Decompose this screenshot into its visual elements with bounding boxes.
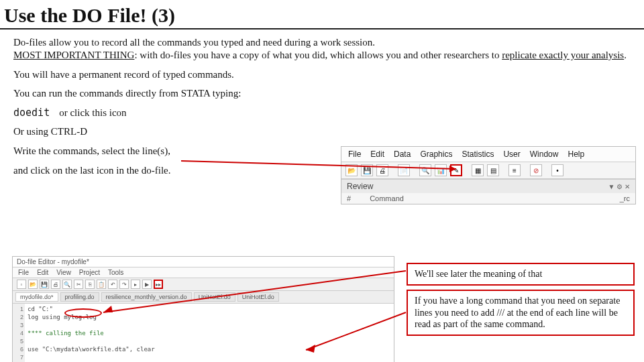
de-menu-tools[interactable]: Tools xyxy=(108,269,123,276)
stata-toolbar: 📂 💾 🖨 📄 🔍 📊 ✎ ▦ ▤ ≡ ⊘ • xyxy=(341,162,635,179)
new-icon[interactable]: ▫ xyxy=(17,280,26,289)
menu-file[interactable]: File xyxy=(348,149,361,159)
open-icon[interactable]: 📂 xyxy=(345,164,358,176)
menu-help[interactable]: Help xyxy=(568,149,584,159)
tab-0[interactable]: mydofile.do* xyxy=(15,292,58,302)
paragraph-4: Or using CTRL-D xyxy=(13,125,631,138)
menu-data[interactable]: Data xyxy=(394,149,411,159)
para1b-end: . xyxy=(624,50,627,60)
stata-screenshot: File Edit Data Graphics Statistics User … xyxy=(341,146,636,204)
col-num: # xyxy=(347,194,351,202)
redo-icon[interactable]: ↷ xyxy=(119,280,129,289)
tab-2[interactable]: resilience_monthly_version.do xyxy=(101,292,192,302)
filter-icon[interactable]: ▼ ⚙ ✕ xyxy=(608,183,630,190)
review-label: Review xyxy=(347,182,373,191)
menu-edit[interactable]: Edit xyxy=(370,149,384,159)
more-icon[interactable]: • xyxy=(551,164,564,176)
open-icon[interactable]: 📂 xyxy=(28,280,38,289)
find-icon[interactable]: 🔍 xyxy=(62,280,72,289)
callout-meaning: We'll see later the meaning of that xyxy=(407,263,635,286)
de-menu-file[interactable]: File xyxy=(18,269,29,276)
doedit-toolbar: ▫ 📂 💾 🖨 🔍 ✂ ⎘ 📋 ↶ ↷ ▸ ▶ ▸▸ xyxy=(13,278,394,291)
undo-icon[interactable]: ↶ xyxy=(108,280,117,289)
paragraph-1: Do-files allow you to record all the com… xyxy=(13,36,631,62)
print-icon[interactable]: 🖨 xyxy=(51,280,60,289)
viewer-icon[interactable]: 🔍 xyxy=(419,164,431,176)
variables-icon[interactable]: ≡ xyxy=(508,164,521,176)
col-rc: _rc xyxy=(620,194,630,202)
graph-icon[interactable]: 📊 xyxy=(435,164,447,176)
menu-window[interactable]: Window xyxy=(530,149,559,159)
save-icon[interactable]: 💾 xyxy=(40,280,49,289)
log-icon[interactable]: 📄 xyxy=(398,164,410,176)
print-icon[interactable]: 🖨 xyxy=(376,164,388,176)
break-icon[interactable]: ⊘ xyxy=(530,164,542,176)
de-menu-edit[interactable]: Edit xyxy=(37,269,48,276)
execute-icon[interactable]: ▸▸ xyxy=(154,280,163,289)
save-icon[interactable]: 💾 xyxy=(361,164,373,176)
cut-icon[interactable]: ✂ xyxy=(74,280,83,289)
run-icon[interactable]: ▶ xyxy=(142,280,152,289)
menu-graphics[interactable]: Graphics xyxy=(420,149,452,159)
doedit-hint: or click this icon xyxy=(59,107,126,119)
para1b-underlined: MOST IMPORTANT THING xyxy=(13,50,134,60)
doedit-menubar: File Edit View Project Tools xyxy=(13,267,394,278)
callout-triple-slash: If you have a long command that you need… xyxy=(407,290,635,336)
tab-3[interactable]: UniHotEl.do xyxy=(194,292,235,302)
review-columns: # Command _rc xyxy=(341,193,635,204)
data-browser-icon[interactable]: ▤ xyxy=(487,164,499,176)
menu-user[interactable]: User xyxy=(503,149,520,159)
paragraph-2: You will have a permanent record of type… xyxy=(13,68,631,81)
stata-menubar: File Edit Data Graphics Statistics User … xyxy=(341,147,635,162)
para1b-under2: replicate exactly your analysis xyxy=(502,50,624,60)
tab-1[interactable]: profiling.do xyxy=(60,292,99,302)
review-panel-header: Review ▼ ⚙ ✕ xyxy=(341,179,635,193)
para1a: Do-files allow you to record all the com… xyxy=(13,37,375,48)
doedit-window-title: Do-file Editor - mydofile* xyxy=(13,257,394,267)
bookmark-icon[interactable]: ▸ xyxy=(131,280,140,289)
tab-4[interactable]: UniHotEl.do xyxy=(237,292,279,302)
doedit-command: doedit xyxy=(13,107,50,119)
menu-statistics[interactable]: Statistics xyxy=(462,149,494,159)
doedit-icon[interactable]: ✎ xyxy=(450,164,462,176)
doedit-tabs: mydofile.do* profiling.do resilience_mon… xyxy=(13,291,394,304)
de-menu-view[interactable]: View xyxy=(56,269,71,276)
line-gutter: 123456789101112 xyxy=(13,304,25,362)
para1b-rest: : with do-files you have a copy of what … xyxy=(134,50,502,60)
de-menu-project[interactable]: Project xyxy=(79,269,100,276)
paste-icon[interactable]: 📋 xyxy=(97,280,106,289)
data-editor-icon[interactable]: ▦ xyxy=(472,164,484,176)
highlight-ellipse xyxy=(64,308,102,318)
copy-icon[interactable]: ⎘ xyxy=(85,280,95,289)
page-title: Use the DO File! (3) xyxy=(0,0,644,29)
col-cmd: Command xyxy=(370,194,404,202)
paragraph-3: You can run the commands directly from S… xyxy=(13,87,631,100)
